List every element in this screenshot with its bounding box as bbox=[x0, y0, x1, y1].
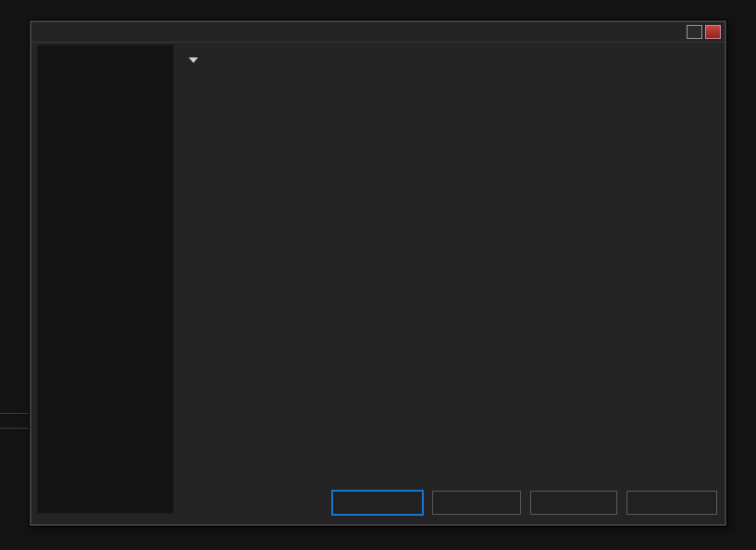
new-strategy-dialog bbox=[30, 20, 726, 526]
wizard-steps-sidebar bbox=[37, 44, 174, 514]
dialog-content bbox=[188, 44, 721, 73]
background-divider bbox=[0, 413, 29, 414]
back-button[interactable] bbox=[332, 491, 423, 515]
dialog-titlebar[interactable] bbox=[31, 22, 725, 43]
next-button[interactable] bbox=[432, 491, 521, 515]
wizard-buttons bbox=[332, 491, 717, 515]
generate-button[interactable] bbox=[530, 491, 617, 515]
cancel-button[interactable] bbox=[626, 491, 717, 515]
triangle-down-icon bbox=[189, 57, 198, 63]
close-icon[interactable] bbox=[705, 25, 721, 39]
more-properties-expander[interactable] bbox=[188, 57, 721, 63]
background-divider bbox=[0, 428, 29, 429]
help-icon[interactable] bbox=[687, 25, 702, 39]
